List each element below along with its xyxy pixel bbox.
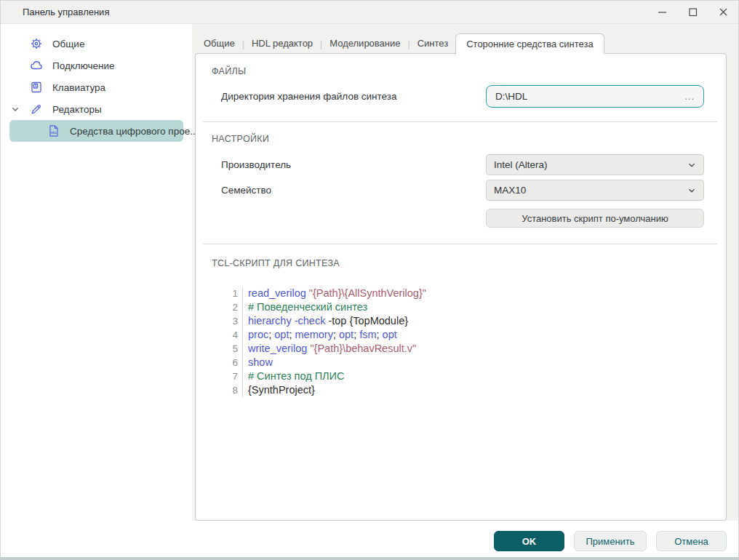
code-line: 2# Поведенческий синтез bbox=[212, 300, 704, 314]
code-line: 8{SynthProject} bbox=[212, 383, 704, 397]
code-line-text: {SynthProject} bbox=[243, 383, 315, 397]
sidebar-item-general[interactable]: Общие bbox=[1, 33, 192, 55]
apply-button[interactable]: Применить bbox=[574, 531, 647, 551]
code-line-text: read_verilog "{Path}\{AllSynthVerilog}" bbox=[243, 287, 426, 300]
ok-button[interactable]: OK bbox=[494, 531, 564, 551]
family-row: Семейство MAX10 bbox=[212, 180, 704, 201]
tab-synthesis[interactable]: Синтез bbox=[410, 34, 456, 53]
vendor-value: Intel (Altera) bbox=[494, 159, 548, 170]
sidebar-item-digital-design-tools[interactable]: HDLСредства цифрового прое... bbox=[9, 120, 183, 142]
sidebar-item-label: Клавиатура bbox=[52, 82, 105, 93]
code-line: 6show bbox=[212, 356, 704, 369]
line-number: 7 bbox=[212, 369, 243, 383]
sidebar-item-label: Общие bbox=[52, 39, 84, 49]
chevron-down-icon bbox=[687, 161, 696, 169]
line-number: 5 bbox=[212, 342, 243, 356]
line-number: 8 bbox=[212, 383, 243, 397]
sidebar-item-label: Средства цифрового прое... bbox=[70, 126, 198, 137]
line-number: 3 bbox=[212, 314, 243, 328]
chevron-down-icon bbox=[687, 186, 696, 195]
settings-tree-sidebar: ОбщиеПодключениеAКлавиатураРедакторыHDLС… bbox=[1, 24, 192, 557]
code-line-text: # Поведенческий синтез bbox=[243, 300, 367, 314]
cloud-icon bbox=[30, 59, 43, 72]
sidebar-item-connection[interactable]: Подключение bbox=[1, 55, 192, 76]
vendor-select[interactable]: Intel (Altera) bbox=[486, 154, 704, 175]
line-number: 2 bbox=[212, 300, 243, 314]
family-select[interactable]: MAX10 bbox=[486, 180, 704, 201]
code-line-text: show bbox=[243, 356, 273, 369]
tab-label: HDL редактор bbox=[252, 38, 313, 49]
vendor-row: Производитель Intel (Altera) bbox=[212, 154, 704, 175]
svg-text:HDL: HDL bbox=[51, 131, 57, 135]
line-number: 1 bbox=[212, 287, 243, 300]
synthesis-dir-input[interactable]: D:\HDL ... bbox=[486, 85, 704, 108]
tab-third-party-synthesis[interactable]: Сторонние средства синтеза bbox=[455, 33, 604, 54]
sidebar-item-label: Редакторы bbox=[52, 104, 102, 115]
maximize-icon[interactable] bbox=[684, 4, 700, 20]
files-section-header: ФАЙЛЫ bbox=[212, 66, 704, 76]
code-line-text: write_verilog "{Path}\behavResult.v" bbox=[243, 342, 416, 356]
family-label: Семейство bbox=[221, 185, 271, 196]
control-panel-window: Панель управления ОбщиеПодключениеAКлави… bbox=[0, 0, 739, 560]
sidebar-item-editors[interactable]: Редакторы bbox=[1, 98, 192, 120]
tab-label: Моделирование bbox=[329, 38, 400, 49]
tab-bar: Общие|HDL редактор|Моделирование|СинтезС… bbox=[192, 34, 738, 53]
code-line: 5write_verilog "{Path}\behavResult.v" bbox=[212, 342, 704, 356]
settings-section-header: НАСТРОЙКИ bbox=[212, 134, 704, 144]
gear-icon bbox=[30, 37, 43, 50]
code-line: 3hierarchy -check -top {TopModule} bbox=[212, 314, 704, 328]
keyboard-icon: A bbox=[30, 81, 43, 94]
tab-modeling[interactable]: Моделирование bbox=[322, 34, 407, 53]
section-divider bbox=[203, 244, 717, 244]
tab-label: Синтез bbox=[418, 38, 449, 49]
line-number: 6 bbox=[212, 356, 243, 369]
line-number: 4 bbox=[212, 328, 243, 342]
tcl-script-section-header: TCL-СКРИПТ ДЛЯ СИНТЕЗА bbox=[212, 258, 704, 268]
default-script-row: Установить скрипт по-умолчанию bbox=[212, 209, 704, 228]
set-default-script-button[interactable]: Установить скрипт по-умолчанию bbox=[486, 209, 704, 228]
dialog-footer: OK Применить Отмена bbox=[192, 521, 738, 557]
code-line-text: proc; opt; memory; opt; fsm; opt bbox=[243, 328, 397, 342]
window-title: Панель управления bbox=[23, 7, 109, 17]
section-divider bbox=[203, 121, 717, 122]
tcl-script-editor[interactable]: 1read_verilog "{Path}\{AllSynthVerilog}"… bbox=[212, 287, 704, 397]
code-line-text: hierarchy -check -top {TopModule} bbox=[243, 314, 408, 328]
tab-label: Общие bbox=[204, 38, 235, 49]
main-area: Общие|HDL редактор|Моделирование|СинтезС… bbox=[192, 24, 738, 557]
close-icon[interactable] bbox=[715, 4, 731, 20]
pencil-icon bbox=[30, 103, 43, 116]
cancel-button[interactable]: Отмена bbox=[656, 531, 727, 551]
family-value: MAX10 bbox=[494, 185, 526, 196]
tab-general[interactable]: Общие bbox=[196, 34, 242, 53]
browse-button[interactable]: ... bbox=[684, 91, 695, 102]
hdl-file-icon: HDL bbox=[47, 124, 60, 137]
window-body: ОбщиеПодключениеAКлавиатураРедакторыHDLС… bbox=[1, 24, 738, 557]
synthesis-dir-row: Директория хранения файлов синтеза D:\HD… bbox=[212, 85, 704, 108]
sidebar-item-label: Подключение bbox=[52, 60, 115, 71]
code-line: 7# Синтез под ПЛИС bbox=[212, 369, 704, 383]
window-controls bbox=[654, 4, 731, 20]
titlebar: Панель управления bbox=[1, 1, 738, 24]
synthesis-dir-value: D:\HDL bbox=[495, 91, 527, 102]
code-line: 4proc; opt; memory; opt; fsm; opt bbox=[212, 328, 704, 342]
svg-text:A: A bbox=[34, 84, 37, 88]
sidebar-item-keyboard[interactable]: AКлавиатура bbox=[1, 76, 192, 98]
settings-panel: ФАЙЛЫ Директория хранения файлов синтеза… bbox=[195, 53, 727, 521]
tab-label: Сторонние средства синтеза bbox=[466, 39, 594, 49]
tab-hdl-editor[interactable]: HDL редактор bbox=[244, 34, 320, 53]
code-line: 1read_verilog "{Path}\{AllSynthVerilog}" bbox=[212, 287, 704, 300]
chevron-down-icon[interactable] bbox=[10, 104, 20, 114]
code-line-text: # Синтез под ПЛИС bbox=[243, 369, 345, 383]
synthesis-dir-label: Директория хранения файлов синтеза bbox=[221, 91, 397, 102]
minimize-icon[interactable] bbox=[654, 4, 670, 20]
vendor-label: Производитель bbox=[221, 159, 291, 170]
